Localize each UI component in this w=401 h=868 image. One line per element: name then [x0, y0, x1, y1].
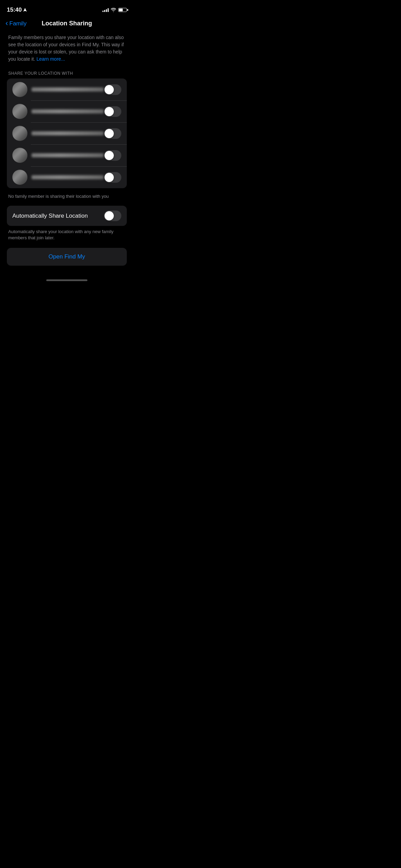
list-item [7, 79, 127, 100]
list-item [7, 100, 127, 122]
person-name [32, 131, 104, 135]
person-name [32, 109, 104, 113]
auto-share-toggle[interactable] [104, 210, 121, 221]
home-bar [46, 279, 87, 281]
toggle-member-5[interactable] [104, 172, 121, 183]
back-label: Family [9, 20, 26, 27]
signal-icon [102, 8, 109, 12]
auto-share-card: Automatically Share Location [7, 206, 127, 226]
auto-share-label: Automatically Share Location [12, 213, 104, 219]
home-indicator [0, 273, 134, 284]
learn-more-link[interactable]: Learn more... [37, 56, 65, 62]
status-time: 15:40 [7, 7, 27, 13]
no-sharing-text: No family member is sharing their locati… [7, 191, 127, 200]
list-item [7, 166, 127, 188]
family-members-list [7, 79, 127, 188]
toggle-member-3[interactable] [104, 128, 121, 139]
person-name [32, 87, 104, 92]
person-name [32, 175, 104, 179]
description-text: Family members you share your location w… [7, 34, 127, 63]
find-my-label: Open Find My [49, 253, 85, 260]
main-content: Family members you share your location w… [0, 31, 134, 266]
person-name [32, 153, 104, 157]
status-icons [102, 8, 127, 12]
back-button[interactable]: ‹ Family [5, 20, 26, 27]
list-item [7, 122, 127, 144]
page-title: Location Sharing [41, 20, 92, 27]
wifi-icon [111, 8, 116, 12]
find-my-button[interactable]: Open Find My [7, 248, 127, 266]
battery-icon [118, 8, 127, 12]
avatar [12, 148, 27, 163]
avatar [12, 126, 27, 141]
toggle-member-1[interactable] [104, 84, 121, 95]
toggle-member-4[interactable] [104, 150, 121, 161]
toggle-member-2[interactable] [104, 106, 121, 117]
nav-bar: ‹ Family Location Sharing [0, 17, 134, 31]
back-chevron-icon: ‹ [5, 20, 8, 27]
list-item [7, 144, 127, 166]
avatar [12, 170, 27, 185]
status-bar: 15:40 [0, 0, 134, 17]
auto-share-description: Automatically share your location with a… [7, 229, 127, 241]
section-header: SHARE YOUR LOCATION WITH [7, 71, 127, 76]
location-icon [23, 8, 27, 12]
avatar [12, 104, 27, 119]
avatar [12, 82, 27, 97]
